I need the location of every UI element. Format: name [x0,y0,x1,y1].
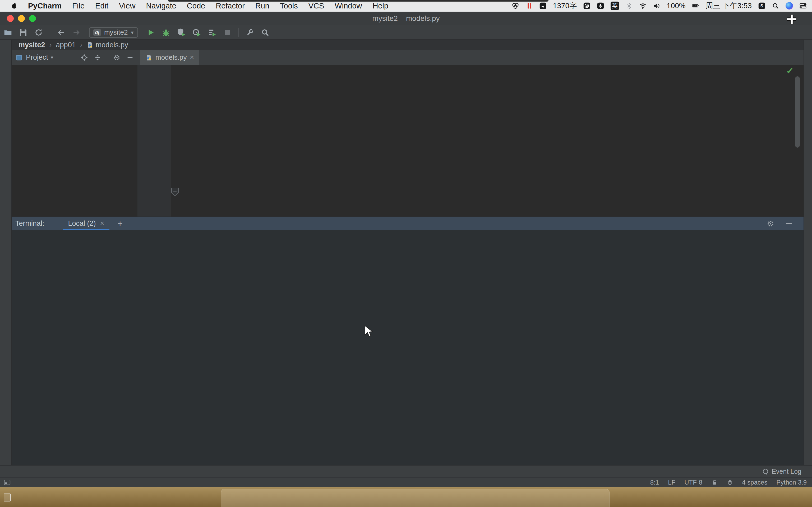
editor-tab-bar: models.py × [138,50,804,65]
back-icon[interactable] [57,28,65,37]
project-panel-header: Project ▾ [12,50,138,65]
wrench-icon[interactable] [246,28,254,37]
terminal-output[interactable] [12,230,804,465]
coverage-icon[interactable] [177,28,186,37]
event-log-button[interactable]: Event Log [762,468,812,475]
divider [107,54,107,61]
terminal-tab-label: Local (2) [68,219,96,228]
right-toolwindow-stripe [804,40,812,465]
bluetooth-icon[interactable] [625,2,633,9]
chevron-down-icon: ▾ [131,29,134,36]
fold-connector-line [175,197,175,217]
highlighting-level-icon[interactable] [727,479,733,486]
screen: PyCharmFileEditViewNavigateCodeRefactorR… [0,0,812,507]
desktop-window-icon[interactable] [4,494,11,501]
code-editor[interactable]: ✓ [138,65,804,217]
apple-icon[interactable] [11,2,18,9]
hide-icon[interactable] [126,54,134,61]
menu-window[interactable]: Window [335,2,362,10]
tab-models-py[interactable]: models.py × [140,50,199,65]
python-file-icon [145,54,152,61]
breadcrumb-item-models.py[interactable]: models.py [87,41,128,49]
desktop [0,487,812,507]
control-center-icon[interactable] [799,2,807,9]
plus-cursor-icon [785,13,798,25]
file-encoding[interactable]: UTF-8 [684,479,702,486]
menu-view[interactable]: View [119,2,135,10]
menu-edit[interactable]: Edit [95,2,108,10]
menu-pycharm[interactable]: PyCharm [28,2,62,10]
minimize-icon[interactable] [785,220,793,228]
terminal-header: Terminal: Local (2) × + [12,217,804,230]
record-pause-icon[interactable] [525,2,533,9]
window-title-bar[interactable]: mysite2 – models.py [0,12,812,25]
toolwindow-toggle-icon[interactable] [4,479,11,486]
breadcrumb: mysite2›app01›models.py [12,40,812,50]
volume-icon[interactable] [653,2,660,9]
word-count[interactable]: 1370字 [553,1,577,11]
project-panel-title[interactable]: Project [26,53,48,61]
settings-icon[interactable] [113,54,120,61]
left-toolwindow-stripe [0,40,12,465]
menu-vcs[interactable]: VCS [308,2,324,10]
caret-position[interactable]: 8:1 [650,479,659,486]
chevron-down-icon: ▾ [51,54,53,60]
svg-text:S: S [760,3,763,8]
forward-icon[interactable] [72,28,81,37]
breadcrumb-label: app01 [56,41,76,49]
menu-status-area: 1370字英100%周三 下午3:53S [512,1,812,11]
python-interpreter[interactable]: Python 3.9 [776,479,807,486]
main-toolbar: djmysite2▾ [0,25,812,40]
close-icon[interactable]: × [100,219,104,228]
breadcrumb-item-mysite2[interactable]: mysite2 [18,41,45,49]
mouse-cursor [364,325,373,337]
sketch-icon[interactable] [512,2,519,9]
editor-scrollbar[interactable] [795,76,800,148]
indent-setting[interactable]: 4 spaces [742,479,767,486]
siri-icon[interactable] [785,2,793,9]
dingtalk-icon[interactable] [539,2,547,9]
terminal-tab-local[interactable]: Local (2) × [65,217,107,230]
sogou-mic-icon[interactable] [597,2,604,9]
menu-refactor[interactable]: Refactor [216,2,245,10]
sogou-emoji-icon[interactable] [583,2,591,9]
menu-code[interactable]: Code [187,2,205,10]
open-icon[interactable] [4,28,12,37]
services-icon[interactable] [208,28,216,37]
save-icon[interactable] [19,28,28,37]
chevron-right-icon: › [80,41,83,49]
menu-run[interactable]: Run [255,2,269,10]
close-icon[interactable]: × [190,53,194,61]
status-bar: 8:1 LF UTF-8 4 spaces Python 3.9 [0,477,812,487]
new-terminal-button[interactable]: + [117,218,123,229]
menu-navigate[interactable]: Navigate [146,2,176,10]
input-language-badge[interactable]: 英 [611,2,619,10]
line-ending[interactable]: LF [668,479,675,486]
lock-icon[interactable] [711,479,718,486]
search-icon[interactable] [261,28,269,37]
wifi-icon[interactable] [639,2,647,9]
clock[interactable]: 周三 下午3:53 [706,1,752,11]
debug-icon[interactable] [162,28,170,37]
spotlight-icon[interactable] [772,2,779,9]
menu-file[interactable]: File [72,2,85,10]
run-configuration-selector[interactable]: djmysite2▾ [89,27,138,38]
inspection-ok-icon[interactable]: ✓ [786,65,794,76]
run-config-name: mysite2 [104,28,128,37]
collapse-icon[interactable] [94,54,101,61]
locate-icon[interactable] [81,54,88,61]
run-icon[interactable] [146,28,155,37]
profiler-icon[interactable] [192,28,201,37]
fold-marker[interactable] [171,188,179,196]
event-log-icon [762,468,769,475]
battery-icon[interactable] [692,2,699,9]
menu-help[interactable]: Help [373,2,389,10]
breadcrumb-item-app01[interactable]: app01 [56,41,76,49]
dock-background [221,489,610,507]
sync-icon[interactable] [34,28,43,37]
sogou-s-icon[interactable]: S [758,2,765,9]
gear-icon[interactable] [767,220,774,228]
battery-percent[interactable]: 100% [667,2,686,10]
stop-icon[interactable] [223,28,232,37]
menu-tools[interactable]: Tools [280,2,298,10]
